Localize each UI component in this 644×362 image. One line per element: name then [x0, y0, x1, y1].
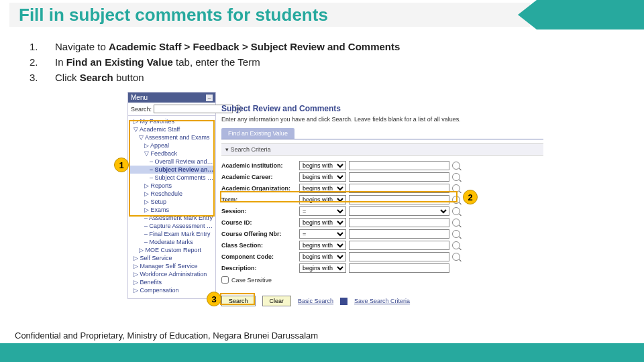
- instruction-step: 3.Click Search button: [30, 70, 614, 85]
- nav-tree-item[interactable]: – Subject Review and Comments: [129, 166, 214, 174]
- title-bar: Fill in subject comments for students: [0, 0, 644, 29]
- case-sensitive-checkbox[interactable]: [221, 276, 229, 284]
- instruction-list: 1.Navigate to Academic Staff > Feedback …: [0, 29, 644, 92]
- criteria-table: Academic Institution:begins withAcademic…: [221, 160, 543, 274]
- lookup-icon[interactable]: [452, 219, 460, 227]
- clear-button[interactable]: Clear: [262, 296, 292, 306]
- criteria-row: Class Section:begins with: [221, 239, 543, 251]
- lookup-icon[interactable]: [452, 241, 460, 249]
- criteria-label: Academic Career:: [221, 174, 297, 180]
- instruction-step: 2.In Find an Existing Value tab, enter t…: [30, 54, 614, 70]
- criteria-label: Component Code:: [221, 253, 297, 260]
- basic-search-link[interactable]: Basic Search: [298, 298, 333, 304]
- criteria-value-input[interactable]: [349, 252, 449, 261]
- lookup-icon[interactable]: [452, 162, 460, 170]
- criteria-label: Course Offering Nbr:: [221, 231, 297, 237]
- criteria-label: Academic Institution:: [221, 162, 297, 169]
- criteria-operator-select[interactable]: begins with: [299, 172, 346, 182]
- content-heading: Subject Review and Comments: [221, 104, 543, 113]
- content-instruction: Enter any information you have and click…: [221, 116, 543, 123]
- nav-tree-item[interactable]: ▷ Self Service: [129, 254, 214, 262]
- criteria-operator-select[interactable]: =: [299, 229, 346, 239]
- tab-bar: Find an Existing Value: [221, 128, 543, 139]
- nav-tree-item[interactable]: – Assessment Mark Entry: [129, 214, 214, 222]
- nav-tree-item[interactable]: ▷ Reports: [129, 182, 214, 190]
- nav-tree-item[interactable]: – Final Exam Mark Entry: [129, 230, 214, 238]
- case-sensitive-row: Case Sensitive: [221, 276, 543, 284]
- nav-tree-item[interactable]: ▽ Feedback: [129, 149, 214, 158]
- search-criteria-header[interactable]: Search Criteria: [221, 143, 543, 156]
- nav-tree-item[interactable]: ▷ Benefits: [129, 278, 214, 286]
- nav-tree-item[interactable]: – Moderate Marks: [129, 238, 214, 246]
- criteria-operator-select[interactable]: begins with: [299, 184, 346, 193]
- callout-3: 3: [207, 292, 221, 306]
- criteria-label: Academic Organization:: [221, 185, 297, 192]
- criteria-label: Course ID:: [221, 219, 297, 226]
- menu-title-text: Menu: [131, 94, 148, 101]
- criteria-value-input[interactable]: [349, 184, 449, 193]
- nav-tree-item[interactable]: ▷ Appeal: [129, 141, 214, 149]
- criteria-operator-select[interactable]: =: [299, 206, 346, 216]
- criteria-row: Course ID:begins with: [221, 217, 543, 228]
- criteria-value-input[interactable]: [349, 218, 449, 227]
- menu-search-label: Search:: [131, 106, 152, 113]
- criteria-operator-select[interactable]: begins with: [299, 218, 346, 227]
- case-sensitive-label: Case Sensitive: [231, 277, 272, 284]
- menu-search-row: Search: ≫: [128, 103, 215, 116]
- nav-tree: ▷ My Favorites▽ Academic Staff▽ Assessme…: [128, 116, 215, 298]
- footer-text: Confidential and Proprietary, Ministry o…: [15, 330, 318, 341]
- nav-tree-item[interactable]: ▷ Workforce Administration: [129, 270, 214, 278]
- save-icon: [340, 298, 347, 305]
- criteria-operator-select[interactable]: begins with: [299, 241, 346, 250]
- page-title: Fill in subject comments for students: [19, 5, 328, 25]
- tab-find-existing[interactable]: Find an Existing Value: [221, 128, 294, 139]
- criteria-row: Session:=: [221, 205, 543, 217]
- menu-titlebar: Menu –: [128, 93, 215, 103]
- criteria-label: Class Section:: [221, 242, 297, 249]
- lookup-icon[interactable]: [452, 230, 460, 238]
- criteria-value-input[interactable]: [349, 195, 449, 204]
- nav-tree-item[interactable]: – Subject Comments Year 7 and 8: [129, 174, 214, 182]
- criteria-operator-select[interactable]: begins with: [299, 195, 346, 204]
- lookup-icon[interactable]: [452, 196, 460, 204]
- nav-tree-item[interactable]: ▽ Assessment and Exams: [129, 133, 214, 141]
- chevron-decoration: [510, 0, 644, 29]
- nav-tree-item[interactable]: ▷ Reschedule: [129, 190, 214, 198]
- criteria-value-input[interactable]: [349, 241, 449, 250]
- criteria-row: Academic Organization:begins with: [221, 182, 543, 194]
- nav-tree-item[interactable]: ▽ Academic Staff: [129, 125, 214, 133]
- nav-tree-item[interactable]: ▷ Compensation: [129, 286, 214, 294]
- criteria-label: Description:: [221, 265, 297, 272]
- criteria-value-input[interactable]: [349, 263, 449, 273]
- save-criteria-link[interactable]: Save Search Criteria: [354, 298, 410, 304]
- criteria-value-input[interactable]: [349, 229, 449, 239]
- criteria-operator-select[interactable]: begins with: [299, 161, 346, 170]
- minimize-icon[interactable]: –: [206, 95, 213, 101]
- button-row: Search Clear Basic Search Save Search Cr…: [221, 296, 543, 306]
- criteria-value-input[interactable]: [349, 172, 449, 182]
- nav-tree-item[interactable]: ▷ Setup: [129, 198, 214, 206]
- criteria-row: Academic Career:begins with: [221, 171, 543, 182]
- lookup-icon[interactable]: [452, 184, 460, 192]
- nav-tree-item[interactable]: ▷ MOE Custom Report: [129, 246, 214, 254]
- criteria-value-select[interactable]: [349, 206, 449, 216]
- lookup-icon[interactable]: [452, 173, 460, 181]
- criteria-row: Description:begins with: [221, 262, 543, 274]
- criteria-operator-select[interactable]: begins with: [299, 263, 346, 273]
- search-button[interactable]: Search: [221, 296, 256, 306]
- lookup-icon[interactable]: [452, 253, 460, 261]
- nav-tree-item[interactable]: ▷ Exams: [129, 206, 214, 214]
- nav-tree-item[interactable]: ▷ Manager Self Service: [129, 262, 214, 270]
- nav-tree-item[interactable]: – Overall Review and Comments: [129, 158, 214, 166]
- instruction-step: 1.Navigate to Academic Staff > Feedback …: [30, 39, 614, 54]
- criteria-operator-select[interactable]: begins with: [299, 252, 346, 261]
- content-panel: Subject Review and Comments Enter any in…: [221, 104, 543, 306]
- criteria-row: Term:begins with: [221, 194, 543, 205]
- footer-band: [0, 343, 644, 362]
- screenshot-mock: Menu – Search: ≫ ▷ My Favorites▽ Academi…: [127, 92, 543, 320]
- criteria-value-input[interactable]: [349, 161, 449, 170]
- nav-tree-item[interactable]: – Capture Assessment Data: [129, 222, 214, 230]
- lookup-icon[interactable]: [452, 207, 460, 215]
- nav-tree-item[interactable]: ▷ My Favorites: [129, 117, 214, 125]
- callout-2: 2: [463, 190, 478, 204]
